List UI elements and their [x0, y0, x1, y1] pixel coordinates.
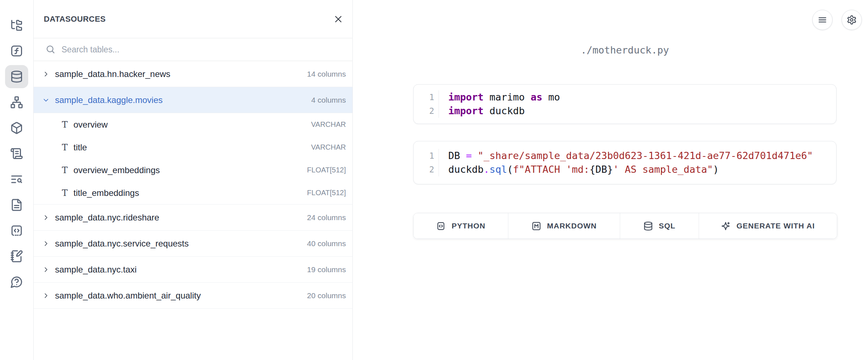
rail-item-datasources[interactable] — [0, 64, 34, 89]
file-text-icon — [10, 198, 23, 211]
rail-item-documentation[interactable] — [0, 192, 34, 218]
notebook-filename: ./motherduck.py — [413, 44, 837, 56]
square-m-icon — [532, 221, 541, 231]
table-column-count: 4 columns — [311, 96, 346, 104]
column-type: FLOAT[512] — [307, 189, 346, 197]
column-row[interactable]: T overview_embeddings FLOAT[512] — [34, 159, 352, 181]
box-icon — [10, 121, 23, 134]
text-type-icon: T — [60, 165, 69, 175]
menu-button[interactable] — [812, 10, 833, 30]
chevron-right-icon — [42, 70, 50, 78]
column-name: title_embeddings — [73, 188, 307, 198]
column-row[interactable]: T overview VARCHAR — [34, 113, 352, 136]
column-type: FLOAT[512] — [307, 166, 346, 174]
text-search-icon — [10, 173, 23, 186]
folder-tree-icon — [10, 19, 23, 32]
code-line: import marimo as mo — [448, 90, 836, 104]
app-root: DATASOURCES sample_data.hn.hacker_news 1… — [0, 0, 868, 360]
code-editor[interactable]: import marimo as moimport duckdb — [439, 90, 836, 118]
table-column-count: 14 columns — [307, 70, 346, 78]
code-square-icon — [10, 224, 23, 237]
text-type-icon: T — [60, 120, 69, 130]
table-name: sample_data.nyc.service_requests — [55, 239, 307, 249]
database-icon — [10, 70, 23, 83]
chevron-right-icon — [42, 266, 50, 273]
action-label: MARKDOWN — [547, 222, 597, 230]
table-column-count: 40 columns — [307, 239, 346, 248]
chevron-right-icon — [42, 214, 50, 221]
code-editor[interactable]: DB = "_share/sample_data/23b0d623-1361-4… — [439, 149, 836, 176]
column-row[interactable]: T title_embeddings FLOAT[512] — [34, 181, 352, 204]
rail-icon-box — [5, 91, 28, 114]
column-type: VARCHAR — [311, 120, 346, 129]
tables-list: sample_data.hn.hacker_news 14 columns sa… — [34, 61, 352, 309]
code-chip-icon — [436, 221, 446, 231]
search-input[interactable] — [62, 38, 352, 61]
add-cell-generate-with-ai-button[interactable]: GENERATE WITH AI — [699, 213, 837, 239]
panel-title: DATASOURCES — [44, 14, 106, 24]
table-column-count: 20 columns — [307, 291, 346, 300]
database-icon — [643, 221, 653, 231]
add-cell-python-button[interactable]: PYTHON — [414, 213, 508, 239]
add-cell-bar: PYTHON MARKDOWN SQL GENERATE WITH AI — [413, 213, 837, 239]
text-type-icon: T — [60, 142, 69, 153]
search-icon — [46, 44, 56, 55]
table-row[interactable]: sample_data.nyc.service_requests 40 colu… — [34, 231, 352, 257]
action-label: PYTHON — [452, 222, 486, 230]
rail-item-snippets[interactable] — [0, 218, 34, 243]
rail-icon-box — [5, 193, 28, 217]
function-square-icon — [10, 44, 23, 57]
table-name: sample_data.nyc.rideshare — [55, 213, 307, 223]
table-column-count: 19 columns — [307, 265, 346, 274]
column-type: VARCHAR — [311, 143, 346, 151]
code-cell-imports[interactable]: 12import marimo as moimport duckdb — [413, 84, 837, 124]
table-row[interactable]: sample_data.kaggle.movies 4 columns — [34, 87, 352, 113]
hamburger-menu-icon — [817, 15, 827, 25]
line-number: 2 — [414, 163, 434, 176]
code-line: import duckdb — [448, 104, 836, 118]
rail-icon-box — [5, 14, 28, 37]
column-name: overview — [73, 120, 311, 130]
rail-icon-box — [5, 116, 28, 140]
column-name: title — [73, 142, 311, 153]
network-icon — [10, 96, 23, 109]
left-icon-rail — [0, 0, 34, 360]
rail-item-scratchpad[interactable] — [0, 243, 34, 269]
search-row — [34, 38, 352, 61]
rail-item-logs[interactable] — [0, 141, 34, 166]
table-row[interactable]: sample_data.nyc.taxi 19 columns — [34, 257, 352, 283]
rail-icon-box — [5, 270, 28, 293]
rail-item-search-logs[interactable] — [0, 166, 34, 192]
add-cell-markdown-button[interactable]: MARKDOWN — [508, 213, 620, 239]
table-row[interactable]: sample_data.hn.hacker_news 14 columns — [34, 61, 352, 87]
chevron-right-icon — [42, 240, 50, 247]
add-cell-sql-button[interactable]: SQL — [620, 213, 699, 239]
rail-icon-box — [5, 168, 28, 191]
code-line: duckdb.sql(f"ATTACH 'md:{DB}' AS sample_… — [448, 163, 836, 176]
rail-icon-box — [5, 39, 28, 63]
table-row[interactable]: sample_data.nyc.rideshare 24 columns — [34, 205, 352, 231]
action-label: SQL — [659, 222, 676, 230]
line-number-gutter: 12 — [414, 90, 439, 118]
scroll-text-icon — [10, 147, 23, 160]
rail-icon-box — [5, 219, 28, 242]
line-number: 1 — [414, 149, 434, 163]
close-icon — [334, 14, 343, 24]
settings-button[interactable] — [842, 10, 862, 30]
close-panel-button[interactable] — [334, 14, 343, 24]
rail-item-variables[interactable] — [0, 38, 34, 64]
notebook-pen-icon — [10, 250, 23, 263]
table-name: sample_data.nyc.taxi — [55, 265, 307, 275]
rail-item-packages[interactable] — [0, 115, 34, 141]
notebook-main: ./motherduck.py 12import marimo as moimp… — [353, 0, 868, 360]
rail-item-dependency-graph[interactable] — [0, 89, 34, 115]
chevron-right-icon — [42, 292, 50, 299]
column-name: overview_embeddings — [73, 165, 307, 175]
table-row[interactable]: sample_data.who.ambient_air_quality 20 c… — [34, 283, 352, 309]
rail-item-file-explorer[interactable] — [0, 12, 34, 38]
code-cell-attach-db[interactable]: 12DB = "_share/sample_data/23b0d623-1361… — [413, 141, 837, 184]
column-row[interactable]: T title VARCHAR — [34, 136, 352, 159]
chat-question-icon — [10, 275, 23, 288]
line-number-gutter: 12 — [414, 149, 439, 176]
rail-item-help[interactable] — [0, 269, 34, 295]
